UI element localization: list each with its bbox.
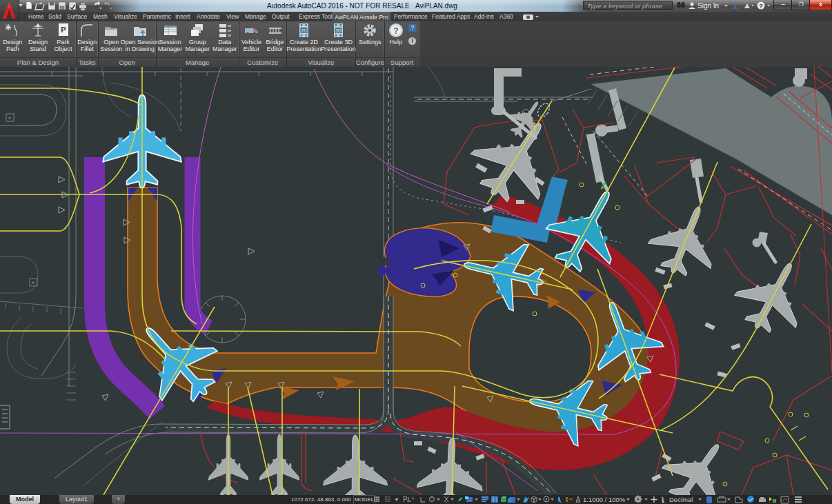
svg-text:3D: 3D — [336, 28, 342, 33]
svg-text:P: P — [403, 496, 408, 503]
svg-text:1:1000 / 100%: 1:1000 / 100% — [583, 496, 626, 503]
svg-text:2D: 2D — [301, 28, 308, 33]
svg-text:P: P — [61, 26, 66, 34]
svg-text:Sign In: Sign In — [697, 2, 719, 10]
svg-text:?: ? — [759, 3, 763, 10]
svg-text:?: ? — [393, 26, 398, 36]
svg-text:X: X — [732, 1, 739, 11]
svg-text:+: + — [411, 495, 415, 502]
svg-text:Decimal: Decimal — [669, 496, 693, 503]
